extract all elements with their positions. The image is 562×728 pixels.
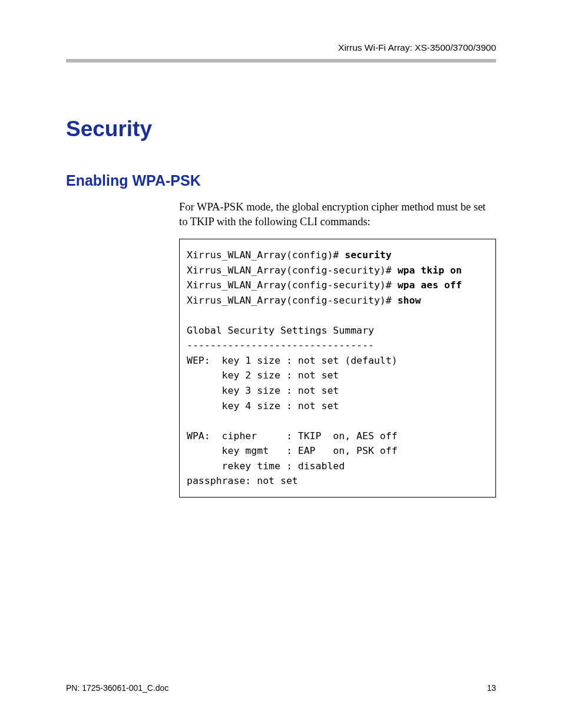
cli-line: Xirrus_WLAN_Array(config-security)# show — [187, 295, 421, 306]
cli-line: Xirrus_WLAN_Array(config-security)# wpa … — [187, 279, 462, 291]
cli-line: Global Security Settings Summary — [187, 325, 374, 336]
cli-line: Xirrus_WLAN_Array(config)# security — [187, 249, 392, 261]
page-footer: PN: 1725-36061-001_C.doc 13 — [66, 683, 496, 693]
cli-line: -------------------------------- — [187, 340, 374, 351]
running-header: Xirrus Wi-Fi Array: XS-3500/3700/3900 — [66, 42, 496, 53]
cli-line: key 3 size : not set — [187, 385, 339, 396]
footer-doc-id: PN: 1725-36061-001_C.doc — [66, 683, 168, 693]
cli-line: key 2 size : not set — [187, 370, 339, 381]
cli-line: key 4 size : not set — [187, 400, 339, 411]
cli-line: passphrase: not set — [187, 475, 298, 486]
section-title: Enabling WPA-PSK — [66, 172, 496, 189]
header-rule — [66, 59, 496, 62]
page: Xirrus Wi-Fi Array: XS-3500/3700/3900 Se… — [0, 0, 562, 728]
chapter-title: Security — [66, 117, 496, 141]
footer-page-number: 13 — [487, 683, 496, 693]
cli-line: rekey time : disabled — [187, 460, 345, 472]
cli-line: Xirrus_WLAN_Array(config-security)# wpa … — [187, 265, 462, 276]
cli-line: WPA: cipher : TKIP on, AES off — [187, 430, 398, 442]
section-body: For WPA-PSK mode, the global encryption … — [179, 200, 496, 229]
cli-line: WEP: key 1 size : not set (default) — [187, 355, 398, 366]
cli-code-block: Xirrus_WLAN_Array(config)# security Xirr… — [179, 239, 496, 498]
cli-line: key mgmt : EAP on, PSK off — [187, 445, 398, 456]
